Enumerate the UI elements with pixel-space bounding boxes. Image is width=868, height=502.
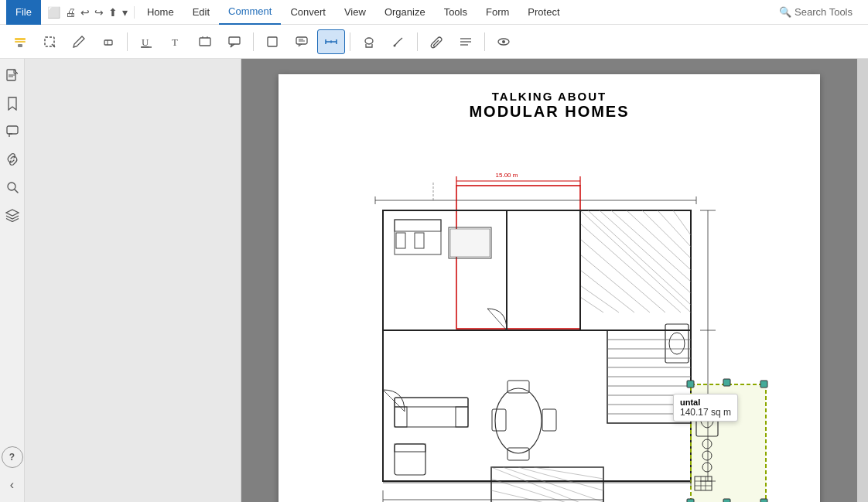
share-icon[interactable]: ⬆ [108, 6, 118, 19]
svg-line-60 [580, 285, 619, 312]
svg-point-63 [669, 333, 685, 354]
svg-rect-40 [383, 210, 507, 330]
svg-point-16 [365, 38, 373, 44]
svg-line-114 [491, 490, 584, 502]
svg-rect-95 [723, 379, 730, 386]
svg-line-56 [580, 224, 681, 312]
svg-text:T: T [172, 36, 178, 48]
svg-point-17 [394, 44, 396, 46]
svg-rect-70 [507, 381, 529, 393]
text-btn[interactable]: T [162, 29, 190, 54]
svg-rect-90 [691, 384, 766, 502]
svg-rect-26 [7, 126, 18, 134]
svg-rect-8 [200, 38, 210, 46]
sidebar-help-icon[interactable]: ? [2, 446, 23, 468]
menu-comment[interactable]: Comment [219, 0, 281, 25]
sidebar-collapse-icon[interactable]: ‹ [2, 474, 23, 496]
print-icon[interactable]: 🖨 [65, 6, 76, 19]
svg-line-49 [588, 210, 691, 305]
svg-rect-74 [395, 407, 407, 427]
svg-rect-4 [104, 40, 112, 45]
svg-rect-0 [15, 38, 26, 40]
svg-rect-76 [395, 444, 425, 475]
title-line1: TALKING ABOUT [294, 90, 805, 103]
menu-home[interactable]: Home [138, 0, 183, 25]
svg-rect-46 [450, 229, 490, 257]
pen-btn[interactable] [65, 29, 93, 54]
sep4 [417, 32, 418, 51]
menu-organize[interactable]: Organize [375, 0, 435, 25]
menu-tools[interactable]: Tools [435, 0, 477, 25]
eraser-btn[interactable] [94, 29, 122, 54]
shape-btn[interactable] [258, 29, 286, 54]
sidebar-layers-icon[interactable] [2, 204, 23, 226]
measure-btn[interactable] [317, 29, 345, 54]
sidebar-comment-icon[interactable] [2, 121, 23, 142]
file-menu[interactable]: File [6, 0, 41, 25]
redo-icon[interactable]: ↪ [94, 6, 104, 19]
attach-btn[interactable] [422, 29, 450, 54]
doc-viewer[interactable]: TALKING ABOUT MODULAR HOMES [241, 59, 857, 502]
menu-view[interactable]: View [335, 0, 375, 25]
svg-rect-71 [507, 448, 529, 460]
menu-edit[interactable]: Edit [183, 0, 219, 25]
svg-rect-75 [456, 407, 468, 427]
toolbar: U T [0, 25, 868, 59]
svg-rect-93 [687, 499, 694, 502]
svg-line-111 [534, 467, 603, 479]
right-scrollbar[interactable] [857, 59, 868, 502]
sidebar-bottom: ? ‹ [2, 446, 23, 496]
sidebar-link-icon[interactable] [2, 149, 23, 170]
svg-rect-44 [415, 233, 424, 248]
floorplan: 15.00 m [294, 127, 805, 502]
window-icon: ⬜ [47, 6, 60, 19]
main-area: ? ‹ TALKING ABOUT MODULAR HOMES [0, 59, 868, 502]
sidebar-search-icon[interactable] [2, 176, 23, 198]
textbox-btn[interactable] [191, 29, 219, 54]
search-tools-icon: 🔍 [779, 6, 791, 18]
doc-area: TALKING ABOUT MODULAR HOMES [25, 59, 868, 502]
svg-rect-42 [395, 220, 441, 231]
select-area-btn[interactable] [36, 29, 63, 54]
svg-rect-94 [760, 499, 767, 502]
sep1 [127, 32, 128, 51]
svg-rect-43 [396, 233, 405, 248]
svg-rect-1 [15, 41, 26, 43]
view-btn[interactable] [490, 29, 518, 54]
menu-convert[interactable]: Convert [281, 0, 335, 25]
search-tools-label: Search Tools [795, 6, 853, 18]
floorplan-svg: 15.00 m [333, 127, 766, 502]
svg-rect-92 [760, 381, 767, 388]
dropdown-icon[interactable]: ▾ [122, 6, 128, 19]
svg-rect-96 [723, 499, 730, 502]
stamp-btn[interactable] [355, 29, 383, 54]
sidebar-page-icon[interactable] [2, 65, 23, 87]
svg-line-88 [487, 309, 507, 330]
svg-line-53 [642, 210, 691, 258]
menu-bar: File ⬜ 🖨 ↩ ↪ ⬆ ▾ Home Edit Comment Conve… [0, 0, 868, 25]
svg-rect-77 [395, 444, 425, 452]
svg-rect-2 [18, 44, 22, 47]
underline-btn[interactable]: U [132, 29, 160, 54]
callout-btn[interactable] [220, 29, 248, 54]
pencil-btn[interactable] [384, 29, 412, 54]
svg-point-22 [502, 40, 505, 43]
sep3 [350, 32, 350, 51]
svg-rect-38 [456, 186, 580, 329]
svg-rect-69 [542, 409, 556, 431]
undo-icon[interactable]: ↩ [80, 6, 90, 19]
title-line2: MODULAR HOMES [294, 103, 805, 121]
sidebar-bookmark-icon[interactable] [2, 93, 23, 114]
menu-protect[interactable]: Protect [518, 0, 569, 25]
comment-btn[interactable] [288, 29, 316, 54]
menu-form[interactable]: Form [477, 0, 518, 25]
sep5 [484, 32, 485, 51]
page-container: TALKING ABOUT MODULAR HOMES [279, 74, 820, 502]
left-sidebar: ? ‹ [0, 59, 25, 502]
search-tools[interactable]: 🔍 Search Tools [770, 6, 862, 18]
markup-btn[interactable] [452, 29, 480, 54]
svg-text:U: U [142, 36, 149, 48]
highlight-tool-btn[interactable] [6, 29, 34, 54]
svg-line-55 [673, 210, 691, 235]
svg-line-110 [518, 467, 603, 490]
